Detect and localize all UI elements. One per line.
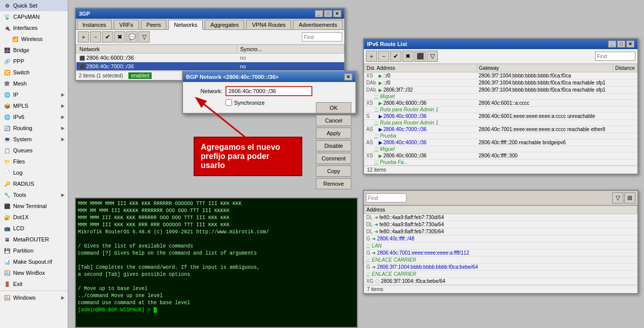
table-row[interactable]: G ➜ 2806:3f7:1004:bbbb:bbbb:bbbb:f0ca:be… — [364, 264, 637, 271]
sidebar-item-ipv6[interactable]: 🌐 IPv6 ▶ — [0, 111, 68, 122]
sidebar-item-partition[interactable]: 💾 Partition — [0, 245, 68, 256]
sidebar-item-dot1x[interactable]: 🔐 Dot1X — [0, 212, 68, 223]
ok-button[interactable]: OK — [316, 102, 351, 113]
cancel-button[interactable]: Cancel — [316, 115, 351, 126]
network-input[interactable] — [225, 86, 312, 96]
tab-peers[interactable]: Peers — [141, 20, 167, 29]
sidebar-item-files[interactable]: 📁 Files — [0, 156, 68, 167]
bgp-minimize-btn[interactable]: _ — [315, 10, 323, 17]
table-row[interactable]: XS▶ 2806:40c:6000::/36 2806:40c:6001::a:… — [364, 100, 637, 107]
remove-button[interactable]: Remove — [316, 178, 351, 189]
quickset-icon: ⚙ — [3, 2, 11, 10]
sidebar-item-log[interactable]: 📄 Log — [0, 167, 68, 178]
table-row[interactable]: XS▶ ::/0 2806:3f7:1004:bbbb:bbbb:bbbb:f0… — [364, 72, 637, 79]
remove-btn[interactable]: － — [90, 31, 101, 43]
tab-vpn4routes[interactable]: VPN4 Routes — [246, 20, 291, 29]
table-row[interactable]: DL ➜ fe80::4aa9:8aff:feb7:730d/64 — [364, 214, 637, 221]
tab-vrfs[interactable]: VRFs — [114, 20, 139, 29]
sidebar-item-wireless[interactable]: 📶 Wireless — [0, 33, 68, 45]
copy-button[interactable]: Copy — [316, 166, 351, 177]
table-row[interactable]: G ➜ 2806:40c:ffff::/48 — [364, 235, 637, 242]
terminal-prompt-line[interactable]: [admin@RB BGP WISPHUB] > — [78, 307, 355, 314]
terminal[interactable]: MMM MMMM MMM III KKK KKK RRRRRR OOOOOO T… — [75, 197, 358, 328]
sidebar-item-mpls[interactable]: 📦 MPLS ▶ — [0, 100, 68, 111]
tab-aggregates[interactable]: Aggregates — [205, 20, 244, 29]
ipv6-copy-btn[interactable]: ⬛ — [415, 51, 426, 62]
sidebar-item-capsman[interactable]: 📡 CAPsMAN — [0, 11, 68, 22]
ipv6-disable-btn[interactable]: ✖ — [402, 51, 413, 62]
sidebar-item-lcd[interactable]: 📺 LCD — [0, 223, 68, 234]
tab-instances[interactable]: Instances — [77, 20, 112, 29]
table-row[interactable]: G ➜ 2806:40c:7001:eeee:eeee:eeee:a:ffff/… — [364, 250, 637, 257]
col-gateway[interactable]: Gateway — [477, 64, 613, 72]
disable-btn[interactable]: ✖ — [114, 31, 125, 43]
sidebar-item-routing[interactable]: 🔄 Routing ▶ — [0, 122, 68, 134]
disable-button[interactable]: Disable — [316, 140, 351, 151]
comment-button[interactable]: Comment — [316, 153, 351, 164]
tab-advertisements[interactable]: Advertisements — [293, 20, 343, 29]
table-row[interactable]: XS▶ 2806:40c:6000::/36 2806:40c:ffff::30… — [364, 152, 637, 159]
addr-find-input[interactable] — [366, 193, 406, 202]
table-row[interactable]: AS▶ 2806:40c:4000::/36 2806:40c:ffff::20… — [364, 139, 637, 146]
table-row[interactable]: XG ⬡ 2806:3f7:1004::f0ca:bebe/64 — [364, 278, 637, 285]
enabled-badge: enabled — [128, 72, 152, 79]
comment-row: ;;; ENLACE CARRIER — [364, 271, 637, 278]
col-dst[interactable]: Dst. Address — [364, 64, 477, 72]
col-network[interactable]: Network — [76, 45, 237, 54]
col-syncro[interactable]: Syncro... — [237, 45, 344, 54]
sidebar-item-mesh[interactable]: 🕸 Mesh — [0, 78, 68, 89]
sidebar-item-windows[interactable]: 🪟 Windows ▶ — [0, 292, 68, 303]
bridge-icon: 🌉 — [3, 46, 11, 54]
sidebar-item-tools[interactable]: 🔧 Tools ▶ — [0, 189, 68, 200]
ipv6-find-input[interactable] — [595, 52, 635, 61]
ipv6-filter-btn[interactable]: ▽ — [427, 51, 438, 62]
sidebar-item-ip[interactable]: 🌐 IP ▶ — [0, 89, 68, 100]
table-row[interactable]: ⬛ 2806:40c:7000::/36 no — [76, 62, 344, 71]
apply-button[interactable]: Apply — [316, 128, 351, 139]
table-row[interactable]: ⬛ 2806:40c:6000::/36 no — [76, 54, 344, 62]
sidebar-item-system[interactable]: 💻 System ▶ — [0, 134, 68, 145]
ipv6-maximize-btn[interactable]: □ — [617, 40, 625, 48]
tab-networks[interactable]: Networks — [168, 20, 203, 30]
sidebar-item-queues[interactable]: 📋 Queues — [0, 145, 68, 156]
ipv6-close-btn[interactable]: ✕ — [626, 40, 634, 48]
col-address[interactable]: Address — [364, 206, 637, 214]
sidebar-item-metarouter[interactable]: 🖥 MetaROUTER — [0, 234, 68, 245]
table-row[interactable]: AS▶ 2806:40c:7000::/36 2806:40c:7001:eee… — [364, 126, 637, 133]
table-row[interactable]: DAb▶ ::/0 2806:3f7:1004:bbbb:bbbb:bbbb:f… — [364, 79, 637, 87]
table-row[interactable]: DL ➜ fe80::4aa9:8aff:feb7:730a/64 — [364, 221, 637, 228]
synchronize-checkbox[interactable] — [225, 99, 232, 106]
sidebar-item-new-winbox[interactable]: 🪟 New WinBox — [0, 267, 68, 278]
bgp-close-btn[interactable]: ✕ — [333, 10, 341, 17]
enable-btn[interactable]: ✔ — [102, 31, 113, 43]
sidebar-item-switch[interactable]: 🔀 Switch — [0, 67, 68, 78]
sidebar-item-new-terminal[interactable]: ⬛ New Terminal — [0, 200, 68, 212]
bgp-find-input[interactable] — [302, 32, 342, 42]
lcd-icon: 📺 — [3, 224, 11, 232]
sidebar-item-bridge[interactable]: 🌉 Bridge — [0, 45, 68, 56]
winbox-icon: 🪟 — [3, 269, 11, 277]
comment-btn[interactable]: 💬 — [126, 31, 137, 43]
filter-btn[interactable]: ▽ — [139, 31, 150, 43]
col-distance[interactable]: Distance — [613, 64, 637, 72]
sidebar-item-exit[interactable]: 🚪 Exit — [0, 278, 68, 290]
sidebar-item-make-supout[interactable]: 📊 Make Supout.rif — [0, 256, 68, 267]
bgp-table-area: Network Syncro... ⬛ 2806:40c:6000::/36 n… — [76, 45, 344, 71]
add-btn[interactable]: ＋ — [78, 31, 89, 43]
table-row[interactable]: DL ➜ fe80::4aa9:8aff:feb7:7305/64 — [364, 228, 637, 235]
table-row[interactable]: DAb▶ 2806:3f7::/32 2806:3f7:1004:bbbb:bb… — [364, 87, 637, 94]
table-row[interactable]: S▶ 2806:40c:6000::/36 2806:40c:6001:eeee… — [364, 113, 637, 120]
addr-filter-btn[interactable]: ▽ — [612, 192, 623, 203]
sidebar-item-quickset[interactable]: ⚙ Quick Set — [0, 0, 68, 11]
ipv6-enable-btn[interactable]: ✔ — [390, 51, 401, 62]
bgp-maximize-btn[interactable]: □ — [324, 10, 332, 17]
ipv6-add-btn[interactable]: ＋ — [366, 51, 377, 62]
sidebar-item-radius[interactable]: 🔑 RADIUS — [0, 178, 68, 189]
ipv6-minimize-btn[interactable]: _ — [608, 40, 616, 48]
terminal-help9: ../command Move up one level — [78, 293, 355, 300]
addr-col-btn[interactable]: ⊞ — [624, 192, 635, 203]
sidebar-item-ppp[interactable]: 🔗 PPP — [0, 56, 68, 67]
bgp-dialog-close-btn[interactable]: ✕ — [344, 73, 352, 80]
ipv6-remove-btn[interactable]: － — [378, 51, 389, 62]
sidebar-item-interfaces[interactable]: 🔌 Interfaces — [0, 22, 68, 33]
